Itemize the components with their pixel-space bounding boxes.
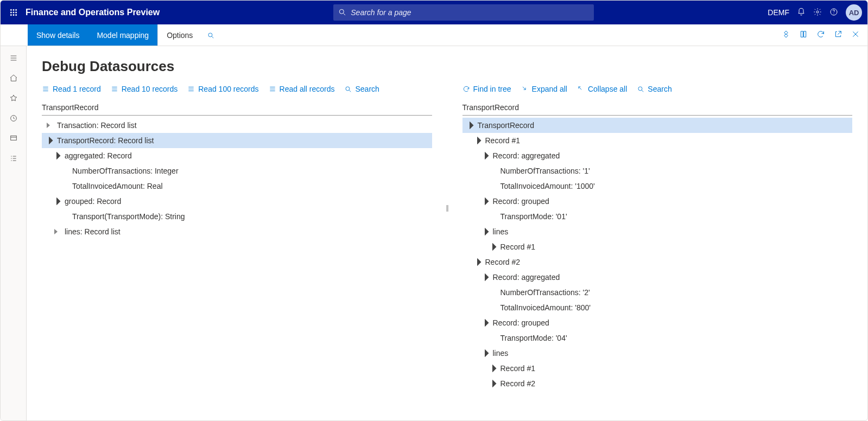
tree-row[interactable]: aggregated: Record [42,148,432,163]
svg-point-11 [816,11,819,13]
recent-icon[interactable] [9,114,18,124]
avatar[interactable]: AD [846,4,862,21]
tree-row-label: TotalInvoicedAmount: '1000' [500,182,595,190]
tree-row-label: Transaction: Record list [57,121,137,130]
tree-row[interactable]: Record #1 [462,239,853,254]
modules-icon[interactable] [9,154,18,164]
collapse-all-button[interactable]: Collapse all [577,85,627,93]
tab-search[interactable] [201,24,220,46]
svg-point-8 [16,15,17,16]
tree-row[interactable]: TransportRecord: Record list [42,133,432,148]
tree-row-label: lines: Record list [65,227,121,236]
read-100-records-button[interactable]: Read 100 records [187,85,258,93]
tab-model-mapping[interactable]: Model mapping [88,24,157,46]
read-10-records-button[interactable]: Read 10 records [111,85,178,93]
data-tree[interactable]: TransportRecordRecord #1Record: aggregat… [462,118,853,391]
tree-row[interactable]: Record: aggregated [462,270,853,285]
collapse-icon[interactable] [472,136,481,145]
diamond-icon[interactable] [782,30,790,40]
collapse-icon[interactable] [480,227,489,236]
waffle-icon[interactable] [6,8,21,17]
left-search-button[interactable]: Search [344,85,379,93]
home-icon[interactable] [9,74,18,84]
tree-row-label: TransportMode: '01' [500,212,567,221]
help-icon[interactable] [829,8,838,18]
tree-row-label: Record: grouped [493,197,549,206]
tree-row[interactable]: NumberOfTransactions: '2' [462,285,853,300]
collapse-icon[interactable] [44,136,53,145]
collapse-icon[interactable] [480,151,489,160]
tree-row-label: NumberOfTransactions: '1' [500,167,590,175]
tree-row-label: Record #1 [485,136,521,145]
close-icon[interactable] [851,30,860,40]
collapse-icon[interactable] [472,258,481,266]
tree-row[interactable]: Transaction: Record list [42,118,432,133]
find-in-tree-button[interactable]: Find in tree [462,85,511,93]
collapse-icon[interactable] [487,243,496,251]
bell-icon[interactable] [797,8,806,18]
tree-row[interactable]: TransportRecord [462,118,853,133]
tree-row-label: aggregated: Record [65,151,132,160]
tree-row[interactable]: Transport(TransportMode): String [42,209,432,224]
right-pane-header: TransportRecord [462,100,853,116]
svg-line-44 [522,87,525,90]
svg-point-46 [638,87,642,91]
workspace-icon[interactable] [9,134,18,144]
tree-row[interactable]: TotalInvoicedAmount: '1000' [462,178,853,194]
collapse-icon[interactable] [480,349,489,358]
expand-all-button[interactable]: Expand all [521,85,567,93]
tree-row[interactable]: lines [462,346,853,361]
star-icon[interactable] [9,94,18,104]
refresh-icon[interactable] [816,30,825,40]
collapse-icon[interactable] [487,379,496,388]
svg-point-9 [340,9,344,14]
pane-splitter[interactable]: || [445,85,449,391]
book-icon[interactable] [799,30,808,40]
structure-tree[interactable]: Transaction: Record listTransportRecord:… [42,118,432,239]
company-label[interactable]: DEMF [768,8,789,17]
tree-row[interactable]: TotalInvoicedAmount: '800' [462,300,853,315]
collapse-icon[interactable] [487,364,496,373]
global-search[interactable] [333,4,594,21]
svg-line-43 [350,90,351,92]
tree-row[interactable]: NumberOfTransactions: '1' [462,163,853,178]
global-search-input[interactable] [333,4,594,21]
tree-row[interactable]: NumberOfTransactions: Integer [42,163,432,178]
hamburger-icon[interactable] [9,54,18,64]
right-search-button[interactable]: Search [637,85,671,93]
tree-row[interactable]: TotalInvoicedAmount: Real [42,178,432,194]
tree-row[interactable]: Record: grouped [462,194,853,209]
tree-row[interactable]: Record: grouped [462,315,853,330]
tree-row[interactable]: TransportMode: '04' [462,330,853,346]
expand-icon[interactable] [52,227,60,236]
collapse-icon[interactable] [465,121,473,130]
tab-options[interactable]: Options [158,24,201,46]
collapse-icon[interactable] [52,197,60,206]
expand-icon[interactable] [44,121,53,130]
tree-row[interactable]: Record #2 [462,254,853,270]
read-all-records-button[interactable]: Read all records [269,85,335,93]
left-pane-header: TransportRecord [42,100,432,116]
svg-point-3 [10,12,11,13]
tree-row[interactable]: Record #1 [462,133,853,148]
collapse-icon[interactable] [480,273,489,282]
svg-point-5 [16,12,17,13]
collapse-icon[interactable] [480,197,489,206]
tree-row[interactable]: TransportMode: '01' [462,209,853,224]
top-nav: Finance and Operations Preview DEMF AD [1,1,867,24]
tree-row[interactable]: Record #2 [462,376,853,391]
svg-point-0 [10,9,11,10]
tree-row[interactable]: lines: Record list [42,224,432,239]
tab-show-details[interactable]: Show details [28,24,88,46]
tree-row[interactable]: lines [462,224,853,239]
tree-row-label: NumberOfTransactions: Integer [72,167,179,175]
collapse-icon[interactable] [52,151,60,160]
tree-row[interactable]: Record #1 [462,361,853,376]
tree-row-label: TransportMode: '04' [500,334,567,342]
gear-icon[interactable] [813,8,822,18]
collapse-icon[interactable] [480,318,489,327]
popout-icon[interactable] [834,30,842,40]
tree-row[interactable]: Record: aggregated [462,148,853,163]
read-1-record-button[interactable]: Read 1 record [42,85,101,93]
tree-row[interactable]: grouped: Record [42,194,432,209]
